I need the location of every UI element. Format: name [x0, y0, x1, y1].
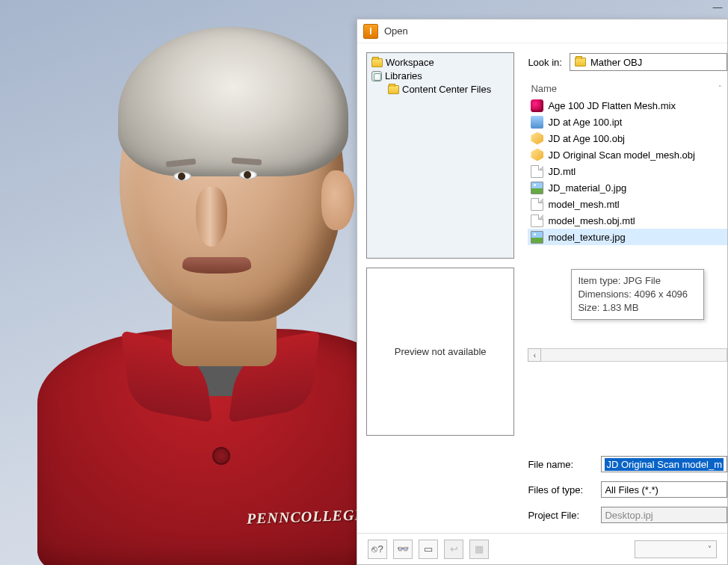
file-row[interactable]: Age 100 JD Flatten Mesh.mix: [528, 97, 727, 114]
files-of-type-row: Files of type: All Files (*.*): [528, 481, 727, 498]
tooltip-line2: Dimensions: 4096 x 4096: [578, 288, 697, 301]
dialog-title: Open: [384, 25, 408, 37]
tree-item-content-center[interactable]: Content Center Files: [371, 83, 509, 96]
folder-icon: [388, 85, 399, 94]
model-nose: [196, 187, 227, 247]
tooltip-line1: Item type: JPG File: [578, 274, 697, 288]
file-row[interactable]: JD.mtl: [528, 163, 727, 179]
folder-icon: [371, 58, 383, 67]
file-row[interactable]: model_mesh.obj.mtl: [528, 212, 727, 229]
find-button[interactable]: 👓: [393, 540, 413, 559]
binoculars-icon: 👓: [397, 543, 409, 555]
model-eye-right: [239, 170, 257, 179]
file-file-icon: [531, 198, 543, 211]
folder-icon: [575, 58, 586, 67]
look-in-label: Look in:: [528, 57, 562, 68]
jpg-file-icon: [531, 231, 543, 244]
app-window-controls: —: [707, 0, 728, 13]
tree-label: Workspace: [386, 56, 434, 70]
file-rows: Age 100 JD Flatten Mesh.mixJD at Age 100…: [528, 97, 727, 245]
file-name-label: JD Original Scan model_mesh.obj: [548, 149, 695, 161]
project-file-row: Project File: Desktop.ipj: [528, 506, 727, 524]
file-row[interactable]: JD at Age 100.ipt: [528, 114, 727, 130]
file-name-label: model_texture.jpg: [548, 232, 625, 243]
files-of-type-combo[interactable]: All Files (*.*): [601, 481, 727, 498]
file-name-input[interactable]: JD Original Scan model_m: [601, 456, 727, 472]
footer-combo[interactable]: ˅: [635, 540, 717, 558]
scroll-left-button[interactable]: ‹: [528, 348, 541, 362]
sort-indicator-icon: ˄: [712, 84, 727, 92]
file-name-label: JD_material_0.jpg: [548, 182, 626, 194]
locations-tree[interactable]: Workspace Libraries Content Center Files: [366, 52, 514, 259]
file-list[interactable]: Name ˄ Age 100 JD Flatten Mesh.mixJD at …: [528, 79, 727, 419]
model-hair: [118, 27, 348, 176]
tooltip-line3: Size: 1.83 MB: [578, 301, 697, 315]
dialog-body: Workspace Libraries Content Center Files…: [357, 43, 727, 533]
model-shirt-button: [212, 447, 230, 465]
jpg-file-icon: [531, 182, 543, 194]
file-name-row: File name: JD Original Scan model_m: [528, 455, 727, 473]
file-name-label: Age 100 JD Flatten Mesh.mix: [548, 100, 676, 111]
files-of-type-label: Files of type:: [528, 484, 592, 495]
model-mouth: [182, 257, 251, 274]
file-row[interactable]: model_mesh.mtl: [528, 196, 727, 212]
file-list-header[interactable]: Name ˄: [528, 79, 727, 97]
file-row[interactable]: model_texture.jpg: [528, 229, 727, 245]
tree-label: Libraries: [385, 70, 422, 83]
file-form: File name: JD Original Scan model_m File…: [528, 455, 727, 524]
tool-button-5[interactable]: ▦: [469, 540, 489, 559]
project-file-field: Desktop.ipj: [601, 507, 727, 523]
file-name-label: model_mesh.mtl: [548, 199, 619, 210]
file-name-label: model_mesh.obj.mtl: [548, 215, 635, 226]
files-of-type-value: All Files (*.*): [605, 484, 658, 495]
options-button[interactable]: ▭: [419, 540, 438, 559]
column-header-name[interactable]: Name: [528, 83, 712, 94]
obj-file-icon: [531, 132, 543, 145]
inventor-icon: I: [363, 24, 378, 39]
tree-item-workspace[interactable]: Workspace: [371, 56, 509, 70]
preview-unavailable-text: Preview not available: [395, 346, 487, 357]
libraries-icon: [371, 71, 382, 81]
preview-pane: Preview not available: [366, 268, 514, 436]
dialog-left-column: Workspace Libraries Content Center Files…: [366, 52, 514, 524]
tool-button-4[interactable]: ↩: [444, 540, 463, 559]
viewport-3d-model[interactable]: PENNCOLLEGE: [45, 22, 359, 546]
file-name-label: JD at Age 100.obj: [548, 133, 625, 144]
scroll-track[interactable]: [541, 348, 727, 362]
minimize-button[interactable]: —: [707, 0, 728, 13]
help-button[interactable]: ⎋?: [368, 540, 387, 559]
file-name-label: JD at Age 100.ipt: [548, 117, 622, 128]
model-eye-left: [173, 172, 191, 181]
file-name-value: JD Original Scan model_m: [605, 458, 724, 471]
tree-item-libraries[interactable]: Libraries: [371, 70, 509, 83]
dialog-main: Workspace Libraries Content Center Files…: [366, 52, 727, 524]
horizontal-scrollbar[interactable]: ‹: [528, 348, 727, 362]
help-icon: ⎋?: [371, 543, 383, 555]
look-in-combo[interactable]: Mather OBJ: [570, 53, 727, 71]
chevron-down-icon: ˅: [708, 545, 712, 553]
project-file-label: Project File:: [528, 510, 592, 521]
ipt-file-icon: [531, 116, 543, 129]
file-tooltip: Item type: JPG File Dimensions: 4096 x 4…: [571, 269, 704, 320]
file-file-icon: [531, 165, 543, 178]
model-ear: [321, 170, 354, 230]
file-row[interactable]: JD Original Scan model_mesh.obj: [528, 146, 727, 163]
look-in-value: Mather OBJ: [590, 57, 642, 68]
file-name-label: JD.mtl: [548, 166, 576, 177]
file-row[interactable]: JD_material_0.jpg: [528, 179, 727, 196]
project-file-value: Desktop.ipj: [605, 510, 653, 521]
options-icon: ▭: [424, 543, 433, 555]
mix-file-icon: [531, 99, 543, 112]
tool5-icon: ▦: [475, 543, 484, 555]
file-file-icon: [531, 214, 543, 227]
obj-file-icon: [531, 149, 543, 161]
dialog-titlebar[interactable]: I Open: [357, 19, 727, 43]
tool4-icon: ↩: [450, 543, 458, 555]
dialog-footer: ⎋? 👓 ▭ ↩ ▦ ˅: [357, 533, 727, 564]
tree-label: Content Center Files: [402, 83, 491, 96]
open-dialog: I Open Workspace Libraries Con: [357, 19, 728, 565]
dialog-right-column: Look in: Mather OBJ Name ˄ Age 100 JD Fl…: [528, 52, 727, 524]
file-name-label: File name:: [528, 459, 592, 470]
look-in-row: Look in: Mather OBJ: [528, 52, 727, 72]
file-row[interactable]: JD at Age 100.obj: [528, 130, 727, 146]
